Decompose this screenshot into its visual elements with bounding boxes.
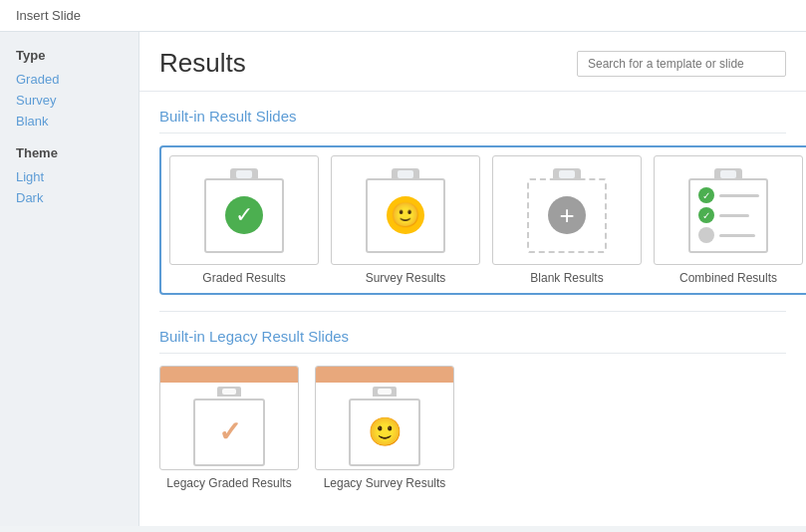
slide-card-blank[interactable]: + Blank Results	[492, 155, 642, 285]
clipboard-body-blank: +	[527, 178, 607, 253]
orange-smiley-icon: 🙂	[368, 415, 403, 448]
slide-label-legacy-survey: Legacy Survey Results	[324, 476, 446, 490]
clip-hole-survey	[398, 170, 413, 178]
legacy-clipboard-body-graded: ✓	[193, 399, 265, 466]
content-header: Results	[139, 32, 806, 92]
slide-card-legacy-graded[interactable]: ✓ Legacy Graded Results	[159, 366, 299, 490]
clip-combined	[714, 168, 742, 180]
clip-hole-graded	[236, 170, 252, 178]
legacy-slides-row: ✓ Legacy Graded Results	[159, 366, 786, 490]
clipboard-body-survey: 🙂	[366, 178, 445, 253]
slide-thumb-graded: ✓	[169, 155, 319, 265]
top-bar: Insert Slide	[0, 0, 806, 32]
legacy-thumb-survey: 🙂	[315, 366, 454, 470]
mini-line-1	[719, 194, 759, 197]
slide-card-legacy-survey[interactable]: 🙂 Legacy Survey Results	[315, 366, 454, 490]
clipboard-blank: +	[527, 168, 607, 253]
legacy-body-survey: 🙂	[316, 383, 453, 469]
legacy-thumb-graded: ✓	[159, 366, 299, 470]
gray-plus-icon: +	[548, 196, 586, 234]
type-section-title: Type	[16, 48, 123, 63]
legacy-clip-hole-graded	[222, 389, 236, 395]
sidebar: Type Graded Survey Blank Theme Light Dar…	[0, 32, 139, 526]
sidebar-item-light[interactable]: Light	[16, 166, 123, 187]
combined-row-3	[698, 227, 759, 243]
search-input[interactable]	[577, 51, 786, 77]
legacy-clip-graded	[217, 387, 241, 397]
mini-check-2: ✓	[698, 207, 714, 223]
legacy-clipboard-survey: 🙂	[349, 387, 420, 466]
slide-label-blank: Blank Results	[530, 271, 603, 285]
clip-hole-combined	[720, 170, 736, 178]
slide-thumb-combined: ✓ ✓	[654, 155, 803, 265]
theme-section-title: Theme	[16, 145, 123, 160]
clipboard-body-graded: ✓	[204, 178, 284, 253]
legacy-header-bar-survey	[316, 367, 453, 383]
builtin-section: Built-in Result Slides ✓	[139, 92, 806, 311]
mini-check-1: ✓	[698, 187, 714, 203]
builtin-section-title: Built-in Result Slides	[159, 108, 786, 133]
slide-label-combined: Combined Results	[679, 271, 777, 285]
orange-check-icon: ✓	[218, 415, 241, 448]
clip-survey	[392, 168, 419, 180]
legacy-header-bar-graded	[160, 367, 298, 383]
legacy-clipboard-body-survey: 🙂	[349, 399, 420, 466]
legacy-clip-hole-survey	[378, 389, 392, 395]
sidebar-item-graded[interactable]: Graded	[16, 69, 123, 90]
combined-row-1: ✓	[698, 187, 759, 203]
clip-hole-blank	[559, 170, 575, 178]
legacy-section-title: Built-in Legacy Result Slides	[159, 328, 786, 354]
legacy-body-graded: ✓	[160, 383, 298, 469]
main-container: Type Graded Survey Blank Theme Light Dar…	[0, 32, 806, 526]
content-area: Results Built-in Result Slides ✓	[139, 32, 806, 526]
legacy-clip-survey	[373, 387, 397, 397]
clip-graded	[230, 168, 258, 180]
insert-slide-label: Insert Slide	[16, 8, 81, 23]
legacy-clipboard-graded: ✓	[193, 387, 265, 466]
clipboard-survey: 🙂	[366, 168, 445, 253]
green-check-icon: ✓	[225, 196, 263, 234]
slide-card-combined[interactable]: ✓ ✓	[654, 155, 803, 285]
slide-thumb-survey: 🙂	[331, 155, 480, 265]
clipboard-graded: ✓	[204, 168, 284, 253]
sidebar-item-blank[interactable]: Blank	[16, 111, 123, 132]
sidebar-item-survey[interactable]: Survey	[16, 90, 123, 111]
clipboard-combined: ✓ ✓	[688, 168, 768, 253]
builtin-slides-group: ✓ Graded Results 🙂	[159, 145, 806, 295]
slide-card-graded[interactable]: ✓ Graded Results	[169, 155, 319, 285]
mini-line-3	[719, 234, 755, 237]
legacy-section: Built-in Legacy Result Slides ✓	[139, 312, 806, 506]
slide-thumb-blank: +	[492, 155, 642, 265]
combined-icon: ✓ ✓	[692, 181, 765, 249]
combined-row-2: ✓	[698, 207, 759, 223]
slide-label-graded: Graded Results	[202, 271, 285, 285]
slide-label-survey: Survey Results	[366, 271, 446, 285]
clipboard-body-combined: ✓ ✓	[688, 178, 768, 253]
slide-card-survey[interactable]: 🙂 Survey Results	[331, 155, 480, 285]
sidebar-item-dark[interactable]: Dark	[16, 187, 123, 208]
page-title: Results	[159, 48, 246, 79]
slide-label-legacy-graded: Legacy Graded Results	[166, 476, 291, 490]
mini-check-3	[698, 227, 714, 243]
yellow-smiley-icon: 🙂	[387, 196, 424, 234]
mini-line-2	[719, 214, 749, 217]
clip-blank	[553, 168, 581, 180]
